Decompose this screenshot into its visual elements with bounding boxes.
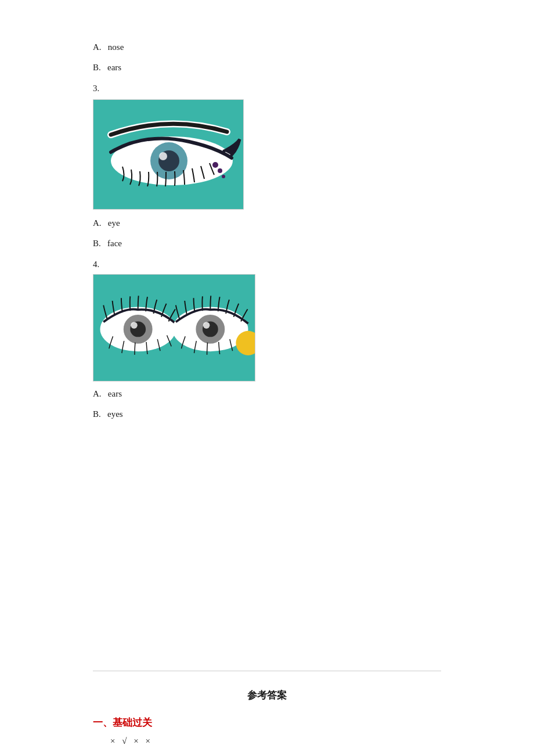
q2-option-a-label: A. <box>93 42 102 52</box>
answers-line: × √ × × <box>110 736 441 746</box>
q2-option-b-text: ears <box>107 63 121 72</box>
question-4-image <box>93 274 255 381</box>
question-3-number: 3. <box>93 84 441 93</box>
q2-option-a-text: nose <box>108 42 124 52</box>
svg-point-6 <box>218 168 222 173</box>
q3-option-a-text: eye <box>108 218 120 228</box>
q2-option-b-label: B. <box>93 63 101 72</box>
svg-point-4 <box>159 152 167 160</box>
q2-option-b: B. ears <box>93 60 441 75</box>
q4-option-a-label: A. <box>93 389 102 398</box>
q4-option-b-text: eyes <box>107 409 123 419</box>
q3-option-b-text: face <box>107 239 122 248</box>
svg-point-5 <box>212 162 218 168</box>
svg-point-7 <box>222 175 225 178</box>
section-one-heading: 一、基础过关 <box>93 716 441 729</box>
q3-option-a: A. eye <box>93 215 441 231</box>
q3-option-b-label: B. <box>93 239 101 248</box>
question-3-image <box>93 99 244 210</box>
reference-title: 参考答案 <box>93 689 441 702</box>
q4-option-b-label: B. <box>93 409 101 419</box>
q2-option-a: A. nose <box>93 39 441 55</box>
q3-option-a-label: A. <box>93 218 102 228</box>
q3-option-b: B. face <box>93 236 441 251</box>
svg-point-16 <box>203 322 210 329</box>
reference-section: 参考答案 一、基础过关 × √ × × <box>93 671 441 746</box>
q4-option-b: B. eyes <box>93 406 441 422</box>
q4-option-a: A. ears <box>93 386 441 402</box>
q4-option-a-text: ears <box>108 389 122 398</box>
svg-point-12 <box>131 322 138 329</box>
question-4-number: 4. <box>93 260 441 269</box>
